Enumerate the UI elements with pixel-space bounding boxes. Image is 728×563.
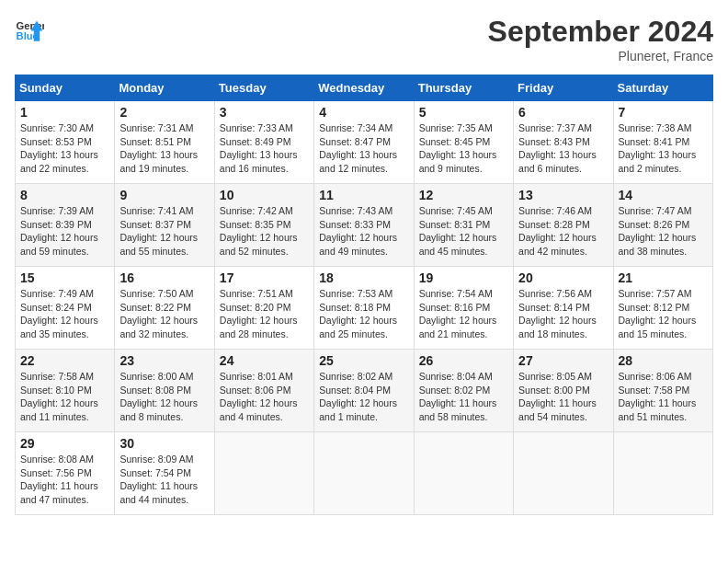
day-info: Sunrise: 7:54 AM Sunset: 8:16 PM Dayligh…	[419, 287, 508, 341]
day-info: Sunrise: 8:08 AM Sunset: 7:56 PM Dayligh…	[20, 453, 109, 507]
day-info: Sunrise: 7:37 AM Sunset: 8:43 PM Dayligh…	[518, 121, 608, 176]
calendar-cell: 15Sunrise: 7:49 AM Sunset: 8:24 PM Dayli…	[16, 267, 115, 350]
day-number: 28	[619, 353, 708, 368]
calendar-cell	[214, 432, 313, 515]
calendar-cell: 12Sunrise: 7:45 AM Sunset: 8:31 PM Dayli…	[414, 184, 513, 267]
day-number: 19	[419, 270, 508, 285]
day-info: Sunrise: 7:30 AM Sunset: 8:53 PM Dayligh…	[20, 121, 109, 176]
day-info: Sunrise: 7:57 AM Sunset: 8:12 PM Dayligh…	[619, 287, 708, 341]
day-info: Sunrise: 7:53 AM Sunset: 8:18 PM Dayligh…	[319, 287, 408, 341]
header-monday: Monday	[115, 75, 214, 101]
calendar-cell: 5Sunrise: 7:35 AM Sunset: 8:45 PM Daylig…	[414, 101, 513, 184]
day-info: Sunrise: 8:04 AM Sunset: 8:02 PM Dayligh…	[419, 370, 508, 424]
calendar-week-row: 29Sunrise: 8:08 AM Sunset: 7:56 PM Dayli…	[16, 432, 713, 515]
calendar-cell: 2Sunrise: 7:31 AM Sunset: 8:51 PM Daylig…	[115, 101, 214, 184]
day-info: Sunrise: 7:47 AM Sunset: 8:26 PM Dayligh…	[619, 204, 708, 259]
calendar-cell: 21Sunrise: 7:57 AM Sunset: 8:12 PM Dayli…	[613, 267, 712, 350]
calendar-cell: 20Sunrise: 7:56 AM Sunset: 8:14 PM Dayli…	[514, 267, 613, 350]
day-number: 12	[419, 188, 508, 202]
day-number: 9	[119, 188, 209, 202]
day-number: 10	[220, 188, 309, 202]
calendar-table: Sunday Monday Tuesday Wednesday Thursday…	[15, 75, 713, 515]
day-number: 15	[20, 270, 109, 285]
calendar-cell: 9Sunrise: 7:41 AM Sunset: 8:37 PM Daylig…	[115, 184, 214, 267]
calendar-cell: 27Sunrise: 8:05 AM Sunset: 8:00 PM Dayli…	[514, 350, 613, 432]
day-info: Sunrise: 7:50 AM Sunset: 8:22 PM Dayligh…	[119, 287, 209, 341]
calendar-cell: 4Sunrise: 7:34 AM Sunset: 8:47 PM Daylig…	[314, 101, 414, 184]
day-info: Sunrise: 7:58 AM Sunset: 8:10 PM Dayligh…	[20, 370, 109, 424]
day-info: Sunrise: 8:00 AM Sunset: 8:08 PM Dayligh…	[119, 370, 209, 424]
calendar-cell: 3Sunrise: 7:33 AM Sunset: 8:49 PM Daylig…	[214, 101, 313, 184]
day-number: 16	[119, 270, 209, 285]
day-number: 14	[619, 188, 708, 202]
day-info: Sunrise: 7:33 AM Sunset: 8:49 PM Dayligh…	[220, 121, 309, 176]
day-number: 21	[619, 270, 708, 285]
calendar-cell: 6Sunrise: 7:37 AM Sunset: 8:43 PM Daylig…	[514, 101, 613, 184]
page-header: General Blue September 2024 Pluneret, Fr…	[15, 15, 713, 63]
day-number: 2	[119, 105, 209, 120]
day-info: Sunrise: 7:42 AM Sunset: 8:35 PM Dayligh…	[220, 204, 309, 259]
calendar-body: 1Sunrise: 7:30 AM Sunset: 8:53 PM Daylig…	[16, 101, 713, 515]
title-block: September 2024 Pluneret, France	[488, 15, 713, 63]
calendar-cell: 28Sunrise: 8:06 AM Sunset: 7:58 PM Dayli…	[613, 350, 712, 432]
day-number: 4	[319, 105, 408, 120]
location: Pluneret, France	[488, 49, 713, 63]
day-number: 18	[319, 270, 408, 285]
day-info: Sunrise: 7:45 AM Sunset: 8:31 PM Dayligh…	[419, 204, 508, 259]
header-wednesday: Wednesday	[314, 75, 414, 101]
day-number: 7	[619, 105, 708, 120]
calendar-cell: 22Sunrise: 7:58 AM Sunset: 8:10 PM Dayli…	[16, 350, 115, 432]
day-info: Sunrise: 7:51 AM Sunset: 8:20 PM Dayligh…	[220, 287, 309, 341]
day-number: 25	[319, 353, 408, 368]
day-number: 17	[220, 270, 309, 285]
day-info: Sunrise: 7:39 AM Sunset: 8:39 PM Dayligh…	[20, 204, 109, 259]
day-number: 26	[419, 353, 508, 368]
day-info: Sunrise: 8:02 AM Sunset: 8:04 PM Dayligh…	[319, 370, 408, 424]
day-info: Sunrise: 7:49 AM Sunset: 8:24 PM Dayligh…	[20, 287, 109, 341]
day-info: Sunrise: 7:31 AM Sunset: 8:51 PM Dayligh…	[119, 121, 209, 176]
calendar-cell: 11Sunrise: 7:43 AM Sunset: 8:33 PM Dayli…	[314, 184, 414, 267]
calendar-cell: 16Sunrise: 7:50 AM Sunset: 8:22 PM Dayli…	[115, 267, 214, 350]
day-number: 23	[119, 353, 209, 368]
day-number: 27	[518, 353, 608, 368]
header-thursday: Thursday	[414, 75, 513, 101]
calendar-week-row: 1Sunrise: 7:30 AM Sunset: 8:53 PM Daylig…	[16, 101, 713, 184]
day-info: Sunrise: 8:09 AM Sunset: 7:54 PM Dayligh…	[119, 453, 209, 507]
calendar-cell: 1Sunrise: 7:30 AM Sunset: 8:53 PM Daylig…	[16, 101, 115, 184]
day-number: 8	[20, 188, 109, 202]
day-number: 20	[518, 270, 608, 285]
day-info: Sunrise: 7:46 AM Sunset: 8:28 PM Dayligh…	[518, 204, 608, 259]
calendar-cell: 7Sunrise: 7:38 AM Sunset: 8:41 PM Daylig…	[613, 101, 712, 184]
day-info: Sunrise: 8:06 AM Sunset: 7:58 PM Dayligh…	[619, 370, 708, 424]
calendar-cell	[613, 432, 712, 515]
calendar-week-row: 8Sunrise: 7:39 AM Sunset: 8:39 PM Daylig…	[16, 184, 713, 267]
calendar-cell: 29Sunrise: 8:08 AM Sunset: 7:56 PM Dayli…	[16, 432, 115, 515]
day-number: 1	[20, 105, 109, 120]
day-number: 11	[319, 188, 408, 202]
calendar-cell	[414, 432, 513, 515]
calendar-cell: 26Sunrise: 8:04 AM Sunset: 8:02 PM Dayli…	[414, 350, 513, 432]
day-info: Sunrise: 7:41 AM Sunset: 8:37 PM Dayligh…	[119, 204, 209, 259]
header-friday: Friday	[514, 75, 613, 101]
calendar-cell: 10Sunrise: 7:42 AM Sunset: 8:35 PM Dayli…	[214, 184, 313, 267]
day-info: Sunrise: 7:34 AM Sunset: 8:47 PM Dayligh…	[319, 121, 408, 176]
day-number: 3	[220, 105, 309, 120]
logo: General Blue	[15, 15, 44, 44]
weekday-header-row: Sunday Monday Tuesday Wednesday Thursday…	[16, 75, 713, 101]
calendar-cell: 30Sunrise: 8:09 AM Sunset: 7:54 PM Dayli…	[115, 432, 214, 515]
calendar-cell: 25Sunrise: 8:02 AM Sunset: 8:04 PM Dayli…	[314, 350, 414, 432]
header-tuesday: Tuesday	[214, 75, 313, 101]
day-info: Sunrise: 7:35 AM Sunset: 8:45 PM Dayligh…	[419, 121, 508, 176]
day-info: Sunrise: 7:38 AM Sunset: 8:41 PM Dayligh…	[619, 121, 708, 176]
day-info: Sunrise: 7:43 AM Sunset: 8:33 PM Dayligh…	[319, 204, 408, 259]
day-number: 30	[119, 436, 209, 451]
logo-icon: General Blue	[15, 15, 44, 44]
calendar-week-row: 15Sunrise: 7:49 AM Sunset: 8:24 PM Dayli…	[16, 267, 713, 350]
calendar-cell: 17Sunrise: 7:51 AM Sunset: 8:20 PM Dayli…	[214, 267, 313, 350]
day-number: 24	[220, 353, 309, 368]
calendar-cell: 13Sunrise: 7:46 AM Sunset: 8:28 PM Dayli…	[514, 184, 613, 267]
calendar-cell: 24Sunrise: 8:01 AM Sunset: 8:06 PM Dayli…	[214, 350, 313, 432]
day-number: 29	[20, 436, 109, 451]
day-number: 13	[518, 188, 608, 202]
day-info: Sunrise: 8:01 AM Sunset: 8:06 PM Dayligh…	[220, 370, 309, 424]
